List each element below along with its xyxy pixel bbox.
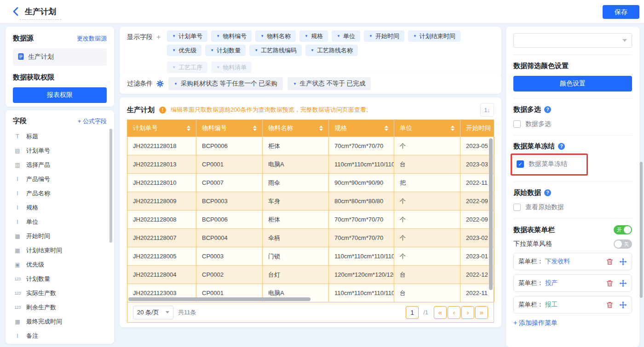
chevron-down-icon: ▼ [210,48,214,52]
table-cell: 柜体 [263,137,329,155]
display-field-chip[interactable]: ▼物料编号 [211,30,252,42]
display-field-chip[interactable]: ▼物料名称 [255,30,296,42]
first-page-button[interactable]: « [434,306,447,319]
page-number-input[interactable]: 1 [406,306,419,319]
table-cell: BCP0004 [196,228,263,247]
color-settings-button[interactable]: 颜色设置 [513,76,632,91]
gear-icon[interactable] [156,80,164,87]
chevron-down-icon: ▼ [216,34,220,38]
multi-select-checkbox-row[interactable]: 数据多选 [513,120,632,128]
chip-label: 计划单号 [178,32,202,40]
help-icon[interactable]: ? [558,143,565,150]
menubar-toggle-on[interactable]: 开 [614,225,632,234]
column-header-label: 开始时间 [466,124,491,132]
chevron-down-icon: ▼ [172,34,176,38]
fields-scrollbar[interactable] [109,129,112,243]
display-field-chip[interactable]: ▼计划单号 [167,30,207,42]
field-item[interactable]: ▤计划单号 [13,143,107,158]
field-item[interactable]: ▦开始时间 [13,229,107,243]
menubar-item[interactable]: 菜单栏：下发收料 [513,253,632,270]
menu-freeze-checkbox-row[interactable]: ✓ 数据菜单冻结 [517,160,582,168]
display-field-chip[interactable]: ▼单位 [332,30,360,42]
product-field-icon: ▥ [13,162,22,168]
table-horizontal-scrollbar[interactable] [128,297,310,301]
field-item[interactable]: 123剩余生产数 [13,300,107,314]
page-size-select[interactable]: 20 条/页 [133,306,173,319]
checkbox-checked[interactable]: ✓ [517,160,524,168]
help-icon[interactable]: ? [544,106,551,113]
column-header[interactable]: 物料编号 [196,120,263,137]
field-item[interactable]: ▦最终完成时间 [13,314,107,329]
add-formula-field-link[interactable]: + 公式字段 [78,117,107,125]
text-field-icon: I [13,190,22,197]
menubar-item[interactable]: 菜单栏：报工 [513,296,632,313]
field-item[interactable]: ▣优先级 [13,257,107,272]
table-row: JH20221128007BCP0004伞柄70cm*70cm*70/70个20… [127,228,494,247]
page-scrollbar[interactable] [640,162,643,298]
field-item[interactable]: I产品编号 [13,172,107,186]
column-header[interactable]: 开始时间 [460,120,494,137]
move-icon[interactable] [619,301,627,309]
display-field-chip[interactable]: ▼开始时间 [364,30,404,42]
trash-icon[interactable] [606,279,614,287]
dropdown-style-label: 下拉菜单风格 [513,240,552,248]
field-item[interactable]: I单位 [13,215,107,229]
filter-condition-chip[interactable]: ▼生产状态 不等于 已完成 [288,77,371,90]
field-item[interactable]: 123计划数量 [13,272,107,286]
add-display-field-icon[interactable]: + [156,33,161,41]
display-field-chip[interactable]: ▼计划结束时间 [408,30,460,42]
move-icon[interactable] [619,258,627,266]
field-item[interactable]: 123实际生产数 [13,286,107,300]
display-field-chip[interactable]: ▼优先级 [167,45,201,56]
column-header[interactable]: 物料名称 [263,120,329,137]
raw-data-checkbox-row[interactable]: 查看原始数据 [513,203,632,211]
display-field-chip[interactable]: ▼工艺工序 [167,62,207,73]
chip-label: 计划数量 [217,46,241,55]
column-header[interactable]: 规格 [329,120,394,137]
total-count: 共11条 [178,308,196,317]
checkbox-unchecked[interactable] [513,204,521,211]
table-vertical-scrollbar[interactable] [489,138,493,290]
table-panel: 生产计划 ! 编辑界面只取数据源前200条作为查询数据预览，完整数据请访问页面查… [120,97,501,327]
table-cell: JH20221128010 [127,173,196,192]
move-icon[interactable] [619,279,627,287]
checkbox-unchecked[interactable] [513,120,521,128]
display-field-chip[interactable]: ▼物料清单 [211,62,252,73]
column-header[interactable]: 单位 [394,120,460,137]
change-datasource-link[interactable]: 更改数据源 [77,34,107,43]
filter-condition-chip[interactable]: ▼采购耗材状态 等于任意一个 已采购 [168,77,283,90]
display-field-chip[interactable]: ▼计划数量 [205,45,246,56]
field-item[interactable]: T标题 [13,129,107,143]
display-field-chip[interactable]: ▼工艺路线名称 [305,45,358,56]
table-row: JH20221128009BCP0003车身80cm*80cm*80/80个20… [127,192,494,210]
pagination-bar: 20 条/页 共11条 1 /1 «‹›» [127,302,494,322]
next-page-button[interactable]: › [461,306,474,319]
document-icon [17,53,24,62]
table-cell: 110cm*110cm*110/110 [329,155,394,173]
trash-icon[interactable] [606,301,614,309]
prev-page-button[interactable]: ‹ [448,306,460,319]
menubar-item-name: 下发收料 [545,257,570,266]
column-header[interactable]: 计划单号 [127,120,196,137]
sort-order-icon[interactable]: 1↓ [480,103,494,117]
display-field-chip[interactable]: ▼规格 [299,30,328,42]
dropdown-style-toggle-off[interactable]: 关 [614,239,632,249]
field-item[interactable]: I备注 [13,329,107,343]
table-cell: 110cm*110cm*110/110 [329,247,394,265]
field-item[interactable]: I产品名称 [13,186,107,200]
datasource-item[interactable]: 生产计划 [13,48,107,66]
add-action-menu-link[interactable]: + 添加操作菜单 [513,319,632,327]
display-field-chip[interactable]: ▼工艺路线编码 [249,45,302,56]
field-item[interactable]: I规格 [13,200,107,215]
field-item[interactable]: ▥选择产品 [13,158,107,172]
last-page-button[interactable]: » [475,306,488,319]
settings-dropdown[interactable] [513,33,632,48]
report-permission-button[interactable]: 报表权限 [13,87,107,103]
back-icon[interactable] [11,6,21,17]
help-icon[interactable]: ? [544,189,551,196]
save-button[interactable]: 保存 [603,5,639,19]
menubar-item[interactable]: 菜单栏：投产 [513,274,632,292]
field-item[interactable]: ▦计划结束时间 [13,243,107,257]
page-size-value: 20 条/页 [137,308,159,317]
trash-icon[interactable] [606,258,614,266]
